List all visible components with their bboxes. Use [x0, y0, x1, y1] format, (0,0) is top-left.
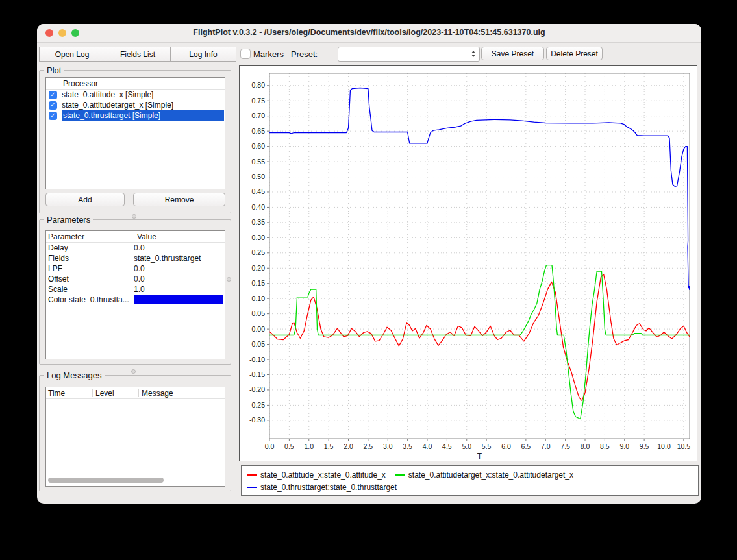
parameter-row[interactable]: Scale1.0 [46, 284, 225, 295]
log-messages-table[interactable]: Time Level Message [45, 387, 225, 487]
svg-text:-0.05: -0.05 [249, 340, 265, 348]
markers-label: Markers [253, 49, 284, 59]
parameter-value: 1.0 [134, 285, 225, 294]
processor-list[interactable]: Processor ✓state_0.attitude_x [Simple]✓s… [45, 77, 225, 189]
log-info-button[interactable]: Log Info [170, 47, 236, 62]
chart-legend: state_0.attitude_x:state_0.attitude_xsta… [241, 465, 699, 496]
parameter-name: Fields [46, 254, 134, 263]
legend-line-swatch [247, 487, 257, 488]
parameter-name: Delay [46, 243, 134, 252]
color-swatch[interactable] [134, 295, 223, 304]
parameter-value: 0.0 [134, 274, 225, 284]
parameters-col-value: Value [137, 232, 225, 241]
svg-text:-0.25: -0.25 [249, 401, 265, 409]
parameter-value: 0.0 [134, 264, 225, 273]
svg-text:1.0: 1.0 [304, 443, 314, 450]
checked-checkbox-icon[interactable]: ✓ [49, 112, 57, 120]
parameter-row[interactable]: Fieldsstate_0.thrusttarget [46, 253, 225, 263]
chart-panel[interactable]: 0.800.750.700.650.600.550.500.450.400.35… [239, 65, 697, 461]
svg-text:0.10: 0.10 [252, 295, 266, 302]
processor-list-item[interactable]: ✓state_0.thrusttarget [Simple] [46, 110, 225, 121]
svg-text:0.75: 0.75 [252, 97, 266, 104]
parameters-col-parameter: Parameter [46, 232, 134, 241]
svg-text:8.0: 8.0 [581, 443, 590, 450]
splitter-handle[interactable] [131, 369, 136, 374]
svg-text:0.60: 0.60 [252, 142, 266, 150]
svg-text:3.5: 3.5 [403, 443, 412, 450]
svg-text:0.50: 0.50 [252, 173, 266, 180]
svg-text:0.5: 0.5 [284, 443, 294, 450]
svg-text:6.5: 6.5 [521, 443, 531, 450]
svg-text:3.0: 3.0 [383, 443, 393, 450]
svg-text:0.45: 0.45 [252, 188, 266, 195]
toolbar-button-group: Open Log Fields List Log Info [39, 47, 236, 62]
column-divider [138, 389, 139, 397]
parameter-row-color[interactable]: Color state_0.thrustta... [46, 295, 225, 305]
parameters-group-title: Parameters [44, 215, 93, 225]
parameter-row[interactable]: LPF0.0 [46, 263, 225, 274]
legend-row: state_0.attitude_x:state_0.attitude_xsta… [247, 469, 693, 481]
svg-text:0.05: 0.05 [252, 310, 266, 317]
svg-text:5.5: 5.5 [482, 443, 492, 450]
add-button[interactable]: Add [45, 193, 125, 206]
save-preset-button[interactable]: Save Preset [481, 47, 544, 60]
preset-combobox[interactable] [338, 47, 480, 62]
svg-text:9.5: 9.5 [640, 443, 649, 450]
checked-checkbox-icon[interactable]: ✓ [49, 91, 57, 99]
processor-item-label: state_0.attitude_x [Simple] [62, 90, 153, 99]
checked-checkbox-icon[interactable]: ✓ [49, 101, 57, 110]
parameters-table[interactable]: Parameter Value Delay0.0Fieldsstate_0.th… [45, 230, 225, 359]
processor-item-label: state_0.attitudetarget_x [Simple] [62, 101, 173, 110]
processor-list-item[interactable]: ✓state_0.attitudetarget_x [Simple] [46, 100, 225, 110]
chevron-up-icon [471, 51, 475, 53]
svg-text:5.0: 5.0 [462, 443, 471, 450]
svg-text:0.00: 0.00 [252, 325, 266, 333]
svg-text:T: T [477, 452, 482, 461]
open-log-button[interactable]: Open Log [39, 47, 105, 62]
legend-label: state_0.attitude_x:state_0.attitude_x [260, 470, 386, 480]
fields-list-button[interactable]: Fields List [105, 47, 170, 62]
svg-text:0.15: 0.15 [252, 279, 266, 287]
splitter-handle[interactable] [132, 214, 136, 219]
plot-group: Plot Processor ✓state_0.attitude_x [Simp… [39, 70, 231, 213]
chevron-down-icon [471, 55, 475, 57]
legend-line-swatch [395, 474, 405, 476]
svg-text:2.0: 2.0 [344, 443, 353, 450]
parameter-row[interactable]: Delay0.0 [46, 243, 225, 253]
svg-text:-0.30: -0.30 [249, 416, 265, 424]
svg-text:-0.15: -0.15 [249, 371, 265, 378]
markers-checkbox[interactable] [240, 49, 251, 59]
splitter-handle[interactable] [227, 277, 231, 282]
app-window: FlightPlot v.0.3.2 - /Users/oleg/Documen… [37, 24, 701, 504]
legend-item: state_0.thrusttarget:state_0.thrusttarge… [247, 483, 397, 492]
remove-button[interactable]: Remove [133, 193, 225, 206]
processor-list-item[interactable]: ✓state_0.attitude_x [Simple] [46, 90, 225, 100]
svg-text:4.0: 4.0 [423, 443, 432, 450]
svg-text:7.5: 7.5 [560, 443, 570, 450]
parameter-name: LPF [46, 264, 134, 273]
legend-item: state_0.attitude_x:state_0.attitude_x [247, 470, 386, 480]
svg-text:0.70: 0.70 [252, 112, 266, 119]
column-divider [92, 389, 93, 397]
horizontal-scrollbar[interactable] [48, 478, 164, 483]
svg-text:0.55: 0.55 [252, 158, 266, 165]
parameter-name: Scale [46, 285, 134, 294]
svg-text:0.35: 0.35 [252, 218, 266, 226]
legend-line-swatch [247, 474, 257, 476]
title-bar[interactable]: FlightPlot v.0.3.2 - /Users/oleg/Documen… [37, 24, 701, 43]
legend-item: state_0.attitudetarget_x:state_0.attitud… [395, 470, 573, 480]
chart-svg[interactable]: 0.800.750.700.650.600.550.500.450.400.35… [240, 66, 697, 461]
parameter-row[interactable]: Offset0.0 [46, 274, 225, 284]
svg-text:2.5: 2.5 [364, 443, 373, 450]
log-messages-group: Log Messages Time Level Message [39, 375, 231, 491]
parameter-value: 0.0 [134, 243, 225, 252]
svg-text:0.65: 0.65 [252, 127, 266, 135]
combobox-stepper-icon[interactable] [468, 49, 478, 58]
parameters-group: Parameters Parameter Value Delay0.0Field… [39, 219, 231, 365]
svg-text:7.0: 7.0 [541, 443, 551, 450]
svg-text:1.5: 1.5 [324, 443, 334, 450]
column-divider [134, 232, 134, 241]
svg-text:0.20: 0.20 [252, 264, 266, 272]
delete-preset-button[interactable]: Delete Preset [546, 47, 603, 60]
log-messages-group-title: Log Messages [44, 371, 105, 380]
